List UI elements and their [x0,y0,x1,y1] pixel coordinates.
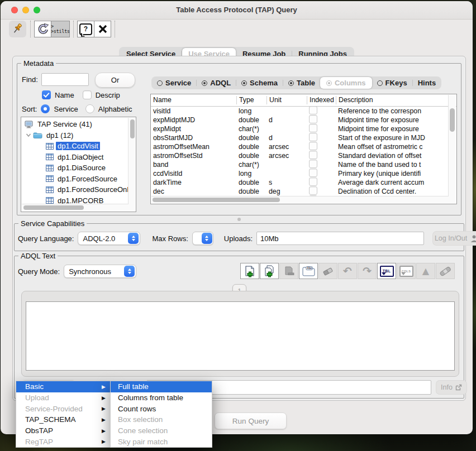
add-pages-icon [263,265,275,277]
name-checkbox[interactable] [42,90,51,99]
reload-button[interactable] [34,21,51,37]
tree-item-diasource[interactable]: dp1.DiaSource [22,162,136,174]
column-header-name[interactable]: Name [151,96,236,104]
login-button[interactable]: Log In/Out [432,231,476,246]
stilts-button[interactable]: > >stilts [51,21,70,37]
indexed-checkbox[interactable] [309,160,317,168]
run-query-button[interactable]: Run Query [215,412,287,429]
radio-empty-icon [157,80,163,86]
table-row[interactable]: expMidptMJDdoubledMidpoint time for expo… [151,116,449,124]
indexed-checkbox[interactable] [309,115,317,123]
table-row[interactable]: bandchar(*)Name of the band used to t [151,160,449,169]
column-header-unit[interactable]: Unit [266,96,307,104]
table-horizontal-scrollbar[interactable] [151,196,449,203]
descrip-checkbox[interactable] [83,90,92,99]
tree-horizontal-scrollbar[interactable] [22,204,128,211]
table-hscroll-thumb[interactable] [153,198,280,202]
splitter-handle[interactable] [237,218,241,221]
edit-text-button[interactable]: Abc [299,263,318,279]
tree-item-tap-service[interactable]: TAP Service (41) [22,119,136,130]
metadata-tree[interactable]: TAP Service (41) dp1 (12) dp1.CcdVisit [21,117,136,212]
tree-item-ccdvisit[interactable]: dp1.CcdVisit [22,141,136,152]
table-row[interactable]: visitIdlongReference to the correspon [151,107,449,116]
menu-item-cone-selection[interactable]: Cone selection [111,425,212,436]
query-language-select[interactable]: ADQL-2.0 [78,232,140,245]
query-mode-select[interactable]: Synchronous [64,265,136,278]
tree-item-forcedsourceond[interactable]: dp1.ForcedSourceOnD [22,184,136,195]
tree-item-dp1[interactable]: dp1 (12) [22,130,136,141]
table-icon [46,165,54,171]
tab-fkeys[interactable]: FKeys [372,77,412,89]
info-button[interactable]: Info [436,380,467,395]
indexed-checkbox[interactable] [309,169,317,177]
submenu-arrow-icon: ▶ [102,406,106,411]
menu-item-obstap[interactable]: ObsTAP▶ [16,425,111,436]
tab-columns[interactable]: Columns [320,77,372,89]
tree-item-diaobject[interactable]: dp1.DiaObject [22,152,136,163]
remove-example-button[interactable] [279,263,298,279]
indexed-checkbox[interactable] [309,186,317,195]
menu-item-tap-schema[interactable]: TAP_SCHEMA▶ [16,414,111,425]
tab-table[interactable]: Table [283,77,320,89]
tab-hints[interactable]: Hints [413,77,441,89]
table-row[interactable]: astromOffsetStddoublearcsecStandard devi… [151,151,449,160]
sort-alphabetic-radio[interactable] [85,104,94,113]
menu-item-regtap[interactable]: RegTAP▶ [16,436,111,447]
close-tool-button[interactable] [94,21,111,37]
pin-window-button[interactable] [9,21,26,37]
undo-button[interactable]: ↶ [338,263,357,279]
menu-item-columns-from-table[interactable]: Columns from table [111,392,212,404]
insert-columns-button[interactable]: COLS [397,263,416,279]
tab-service[interactable]: Service [152,77,196,89]
column-header-indexed[interactable]: Indexed [307,96,336,104]
table-vscroll-thumb[interactable] [450,108,455,132]
tree-vertical-scrollbar[interactable] [128,118,135,211]
indexed-checkbox[interactable] [309,177,317,186]
tab-adql[interactable]: ADQL [197,77,236,89]
chevron-expanded-icon[interactable] [26,132,31,138]
tree-item-forcedsource[interactable]: dp1.ForcedSource [22,174,136,185]
menu-item-sky-pair-match[interactable]: Sky pair match [111,436,212,447]
indexed-checkbox[interactable] [309,107,317,114]
column-header-type[interactable]: Type [236,96,266,104]
tree-item-label: TAP Service (41) [36,120,94,128]
parse-errors-button[interactable]: ▲ [416,263,435,279]
menu-item-basic[interactable]: Basic▶ [16,381,111,392]
add-example-button[interactable] [240,263,259,279]
menu-item-full-table[interactable]: Full table [111,381,212,392]
sort-service-radio[interactable] [41,104,50,113]
columns-table[interactable]: Name Type Unit Indexed Description visit… [150,94,457,204]
table-row[interactable]: ccdVisitIdlongPrimary key (unique identi… [151,169,449,178]
uploads-field[interactable]: 10Mb [256,232,424,245]
insert-table-name-button[interactable]: TBL [377,263,396,279]
menu-item-upload[interactable]: Upload▶ [16,392,111,404]
tab-schema[interactable]: Schema [236,77,283,89]
table-row[interactable]: darkTimedoublesAverage dark current accu… [151,178,449,187]
table-vertical-scrollbar[interactable] [448,95,456,203]
menu-item-count-rows[interactable]: Count rows [111,403,212,414]
indexed-checkbox[interactable] [309,133,317,141]
redo-button[interactable]: ↷ [358,263,377,279]
submenu-arrow-icon: ▶ [102,384,106,390]
table-row[interactable]: astromOffsetMeandoublearcsecMean offset … [151,142,449,151]
adql-text-area[interactable] [26,301,455,371]
add-multi-example-button[interactable] [260,263,279,279]
help-button[interactable]: ? [77,21,94,37]
or-button[interactable]: Or [95,73,135,88]
column-header-description[interactable]: Description [336,96,456,104]
table-row[interactable]: obsStartMJDdoubledStart of the exposure … [151,133,449,142]
table-row[interactable]: decdoubledegDeclination of Ccd center. [151,187,449,196]
max-rows-spinner[interactable] [192,232,213,245]
find-input[interactable] [41,73,89,86]
fix-errors-button[interactable] [436,263,455,279]
tree-hscroll-thumb[interactable] [23,205,84,210]
indexed-checkbox[interactable] [309,142,317,150]
max-rows-label: Max Rows: [152,234,188,243]
indexed-checkbox[interactable] [309,151,317,159]
clear-text-button[interactable] [318,263,337,279]
menu-item-service-provided[interactable]: Service-Provided▶ [16,403,111,414]
table-row[interactable]: expMidptchar(*)Midpoint time for exposur… [151,124,449,133]
menu-item-box-selection[interactable]: Box selection [111,414,212,425]
tree-vscroll-thumb[interactable] [130,119,135,138]
indexed-checkbox[interactable] [309,124,317,132]
